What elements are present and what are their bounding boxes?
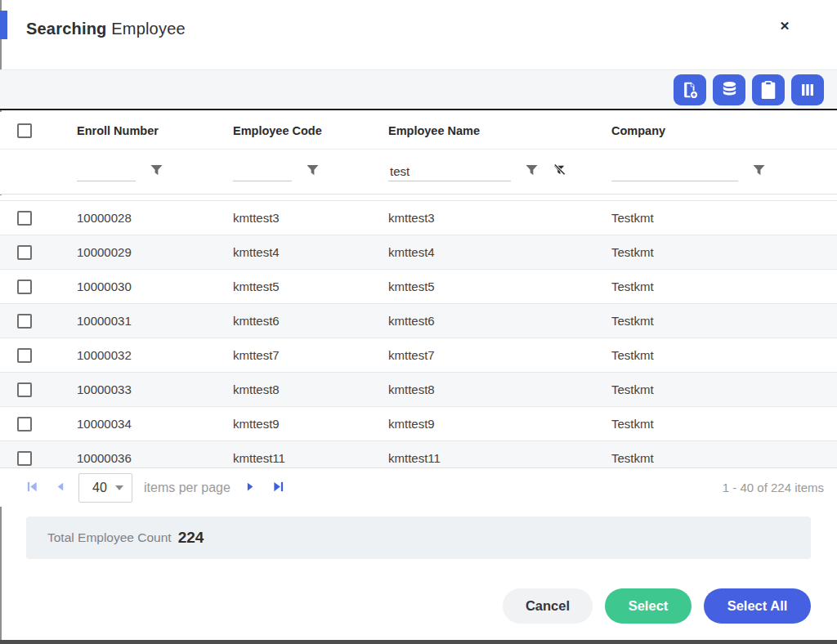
filter-funnel-icon — [526, 164, 538, 179]
row-checkbox[interactable] — [17, 348, 32, 363]
filter-funnel-icon — [307, 164, 319, 179]
cell-enroll-number: 10000028 — [49, 211, 204, 225]
select-all-button[interactable]: Select All — [704, 588, 811, 624]
company-filter-menu-button[interactable] — [753, 164, 765, 179]
close-icon[interactable]: ✕ — [775, 16, 794, 36]
cell-employee-code: kmttest6 — [204, 314, 360, 328]
code-filter-menu-button[interactable] — [307, 164, 319, 179]
table-row[interactable]: 10000029 kmttest4 kmttest4 Testkmt — [0, 235, 837, 270]
enroll-filter-input[interactable] — [77, 162, 136, 181]
table-body: 10000028 kmttest3 kmttest3 Testkmt 10000… — [0, 195, 837, 467]
cell-company: Testkmt — [584, 417, 837, 431]
file-add-icon — [681, 81, 699, 99]
previous-page-button[interactable] — [55, 481, 65, 494]
partial-scrolled-row — [0, 195, 837, 201]
cell-employee-code: kmttest3 — [204, 211, 360, 225]
last-page-button[interactable] — [272, 481, 284, 495]
cell-employee-name: kmttest4 — [360, 245, 584, 259]
row-checkbox[interactable] — [17, 280, 32, 294]
cell-enroll-number: 10000036 — [49, 451, 204, 465]
items-per-page-label: items per page — [144, 481, 231, 495]
code-filter-input[interactable] — [233, 162, 292, 181]
table-row[interactable]: 10000032 kmttest7 kmttest7 Testkmt — [0, 338, 837, 373]
first-page-button[interactable] — [26, 481, 38, 495]
cell-employee-code: kmttest9 — [204, 417, 360, 431]
table-row[interactable]: 10000028 kmttest3 kmttest3 Testkmt — [0, 201, 837, 235]
cell-employee-code: kmttest5 — [204, 280, 360, 293]
cell-employee-code: kmttest7 — [204, 348, 360, 362]
table-row[interactable]: 10000030 kmttest5 kmttest5 Testkmt — [0, 270, 837, 304]
select-all-checkbox[interactable] — [17, 123, 32, 138]
search-employee-dialog: Searching Employee ✕ — [0, 0, 837, 644]
table-filter-row — [0, 150, 837, 195]
last-page-icon — [272, 481, 284, 495]
filter-cell-code — [204, 162, 360, 181]
columns-button[interactable] — [791, 74, 824, 105]
clear-filter-icon — [553, 163, 566, 180]
company-filter-input[interactable] — [611, 162, 738, 181]
row-checkbox[interactable] — [17, 382, 32, 397]
select-button[interactable]: Select — [605, 588, 692, 624]
cell-employee-name: kmttest9 — [360, 417, 584, 431]
column-header-enroll-number[interactable]: Enroll Number — [49, 124, 204, 137]
row-checkbox-cell — [0, 417, 49, 432]
cell-employee-name: kmttest5 — [360, 280, 584, 293]
select-all-checkbox-cell — [0, 123, 49, 138]
total-count-bar: Total Employee Count 224 — [26, 517, 811, 559]
filter-cell-name — [360, 162, 584, 181]
filter-funnel-icon — [753, 164, 765, 179]
table-row[interactable]: 10000036 kmttest11 kmttest11 Testkmt — [0, 441, 837, 467]
dialog-footer: Cancel Select Select All — [0, 588, 837, 624]
cell-company: Testkmt — [584, 314, 837, 328]
enroll-filter-menu-button[interactable] — [150, 164, 163, 179]
row-checkbox-cell — [0, 348, 49, 363]
column-header-employee-name[interactable]: Employee Name — [360, 124, 584, 137]
name-clear-filter-button[interactable] — [553, 163, 566, 180]
row-checkbox[interactable] — [17, 314, 32, 329]
row-checkbox[interactable] — [17, 245, 32, 260]
cell-company: Testkmt — [584, 245, 837, 259]
row-checkbox[interactable] — [17, 451, 32, 466]
cell-employee-name: kmttest8 — [360, 382, 584, 396]
row-checkbox-cell — [0, 382, 49, 397]
table-row[interactable]: 10000031 kmttest6 kmttest6 Testkmt — [0, 304, 837, 338]
filter-cell-enroll — [49, 162, 204, 181]
column-header-company[interactable]: Company — [584, 124, 837, 137]
table-row[interactable]: 10000034 kmttest9 kmttest9 Testkmt — [0, 407, 837, 441]
bottom-edge-strip — [0, 640, 837, 644]
page-size-select[interactable]: 40 — [78, 473, 132, 503]
clipboard-button[interactable] — [752, 74, 785, 105]
pagination-bar: 40 items per page 1 - 40 of 224 items — [0, 467, 837, 507]
next-page-button[interactable] — [245, 481, 256, 494]
dialog-title: Searching Employee — [26, 20, 186, 38]
cell-employee-code: kmttest8 — [204, 382, 360, 396]
row-checkbox-cell — [0, 245, 49, 260]
cell-enroll-number: 10000029 — [49, 245, 204, 259]
table-header-row: Enroll Number Employee Code Employee Nam… — [0, 112, 837, 150]
row-checkbox[interactable] — [17, 211, 32, 226]
cell-enroll-number: 10000031 — [49, 314, 204, 328]
cell-enroll-number: 10000030 — [49, 280, 204, 293]
row-checkbox[interactable] — [17, 417, 32, 432]
cell-enroll-number: 10000034 — [49, 417, 204, 431]
total-count-label: Total Employee Count — [47, 530, 172, 545]
database-icon — [720, 80, 739, 99]
grid-toolbar — [0, 69, 837, 110]
cell-company: Testkmt — [584, 451, 837, 465]
database-button[interactable] — [713, 74, 745, 105]
name-filter-input[interactable] — [388, 162, 511, 181]
column-header-employee-code[interactable]: Employee Code — [204, 124, 360, 137]
previous-page-icon — [55, 481, 65, 494]
cancel-button[interactable]: Cancel — [503, 588, 593, 624]
cell-employee-name: kmttest11 — [360, 451, 584, 465]
name-filter-menu-button[interactable] — [526, 164, 538, 179]
cell-company: Testkmt — [584, 348, 837, 362]
filter-cell-company — [584, 162, 837, 181]
table-row[interactable]: 10000033 kmttest8 kmttest8 Testkmt — [0, 373, 837, 407]
cell-employee-name: kmttest7 — [360, 348, 584, 362]
cell-enroll-number: 10000032 — [49, 348, 204, 362]
page-size-value: 40 — [92, 481, 107, 495]
export-file-button[interactable] — [674, 74, 706, 105]
dialog-title-secondary: Employee — [107, 20, 186, 38]
cell-employee-code: kmttest4 — [204, 245, 360, 259]
